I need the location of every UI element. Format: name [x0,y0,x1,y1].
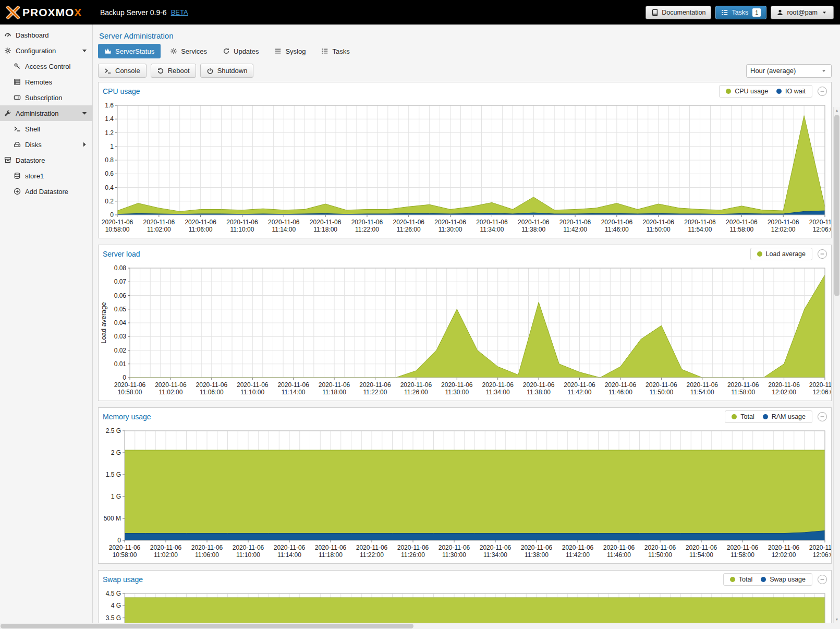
console-button[interactable]: Console [98,64,147,78]
minus-icon [819,414,825,420]
svg-text:2020-11-06: 2020-11-06 [114,381,146,389]
sidebar-item-dashboard[interactable]: Dashboard [0,27,92,43]
collapse-panel-button[interactable] [818,412,827,421]
legend-item-io-wait[interactable]: IO wait [776,88,806,95]
svg-text:11:10:00: 11:10:00 [236,551,260,559]
sidebar-item-label: Administration [16,110,58,117]
svg-text:1.4: 1.4 [105,115,114,123]
collapse-panel-button[interactable] [818,87,827,96]
chart-legend: CPU usageIO wait [719,85,812,98]
svg-text:2020-11-06: 2020-11-06 [226,219,258,226]
svg-text:2020-11-06: 2020-11-06 [768,219,799,226]
sidebar-item-administration[interactable]: Administration [0,105,92,121]
sidebar-item-configuration[interactable]: Configuration [0,43,92,58]
gear-icon [170,47,177,55]
disk-icon [14,141,21,148]
svg-text:2020-11-06: 2020-11-06 [559,219,591,226]
sidebar-item-store1[interactable]: store1 [0,168,92,184]
legend-item-load-average[interactable]: Load average [757,250,806,258]
svg-text:1.5 G: 1.5 G [106,471,121,478]
panel-server-load: Server loadLoad average00.010.020.030.04… [98,245,832,401]
svg-text:2020-11-06: 2020-11-06 [109,544,141,551]
tab-services[interactable]: Services [164,44,213,58]
legend-item-total[interactable]: Total [730,576,752,583]
main-content: Server Administration ServerStatusServic… [93,25,840,629]
svg-text:0.07: 0.07 [114,278,127,285]
svg-text:0.01: 0.01 [114,360,127,368]
minus-icon [819,576,825,583]
svg-text:11:42:00: 11:42:00 [568,389,592,396]
sidebar-item-add-datastore[interactable]: Add Datastore [0,184,92,199]
svg-text:2020-11-06: 2020-11-06 [727,381,759,389]
collapse-panel-button[interactable] [818,575,827,584]
legend-item-swap-usage[interactable]: Swap usage [761,576,806,583]
gear-icon [4,47,11,54]
database-icon [14,172,21,179]
panel-title: Memory usage [103,413,151,421]
tasks-badge: 1 [752,8,761,17]
svg-text:2020-11-06: 2020-11-06 [768,381,800,389]
panel-memory-usage: Memory usageTotalRAM usage0500 M1 G1.5 G… [98,407,832,564]
sidebar-item-remotes[interactable]: Remotes [0,74,92,90]
shutdown-button[interactable]: Shutdown [200,64,254,78]
horizontal-scroll-thumb[interactable] [1,624,413,628]
svg-text:2020-11-06: 2020-11-06 [646,381,677,389]
sidebar-item-label: Disks [25,141,42,149]
svg-text:2020-11-06: 2020-11-06 [185,219,216,226]
button-label: Reboot [168,67,190,75]
legend-item-ram-usage[interactable]: RAM usage [763,413,806,420]
svg-text:2020-11-06: 2020-11-06 [564,381,595,389]
vertical-scroll-thumb[interactable] [834,115,839,296]
svg-text:0.08: 0.08 [114,264,127,272]
svg-text:11:22:00: 11:22:00 [355,226,379,233]
tasks-button[interactable]: Tasks 1 [715,6,766,19]
sidebar-item-access-control[interactable]: Access Control [0,58,92,74]
user-icon [776,9,784,16]
beta-link[interactable]: BETA [171,8,188,16]
tasks-icon [321,47,328,55]
legend-item-total[interactable]: Total [732,413,754,420]
svg-text:11:42:00: 11:42:00 [563,226,587,233]
power-icon [206,67,214,75]
panel-header: Memory usageTotalRAM usage [99,408,831,426]
svg-text:1: 1 [110,143,114,150]
scroll-down-arrow[interactable]: ▼ [834,616,840,623]
caret-right-icon[interactable] [81,141,88,148]
scroll-up-arrow[interactable]: ▲ [834,107,840,114]
sidebar-item-disks[interactable]: Disks [0,137,92,152]
panel-title: Swap usage [103,575,143,584]
svg-text:500 M: 500 M [104,515,121,522]
header-actions: Documentation Tasks 1 root@pam [646,6,834,19]
tab-syslog[interactable]: Syslog [268,44,312,58]
sidebar-item-subscription[interactable]: Subscription [0,90,92,105]
chart-memory-usage: 0500 M1 G1.5 G2 G2.5 G2020-11-0610:58:00… [99,426,831,563]
tab-updates[interactable]: Updates [216,44,265,58]
svg-text:2020-11-06: 2020-11-06 [605,381,637,389]
sidebar-item-shell[interactable]: Shell [0,121,92,137]
caret-down-icon[interactable] [81,110,88,117]
timeframe-select[interactable]: Hour (average) [746,64,832,78]
svg-text:2020-11-06: 2020-11-06 [315,544,347,551]
svg-text:11:22:00: 11:22:00 [363,389,387,396]
horizontal-scrollbar[interactable] [0,623,840,629]
minus-icon [819,88,825,94]
svg-text:2020-11-06: 2020-11-06 [482,381,514,389]
legend-item-cpu-usage[interactable]: CPU usage [726,88,768,95]
svg-text:2.5 G: 2.5 G [106,427,121,434]
user-menu-button[interactable]: root@pam [771,6,834,19]
svg-text:11:14:00: 11:14:00 [277,551,301,559]
timeframe-value: Hour (average) [750,67,796,75]
documentation-button[interactable]: Documentation [646,6,711,19]
svg-text:0.8: 0.8 [105,156,114,164]
caret-down-icon[interactable] [81,47,88,54]
svg-text:11:02:00: 11:02:00 [159,389,182,396]
collapse-panel-button[interactable] [818,249,827,259]
tab-serverstatus[interactable]: ServerStatus [98,44,161,58]
svg-text:2020-11-06: 2020-11-06 [644,544,676,551]
svg-text:2020-11-06: 2020-11-06 [562,544,594,551]
tab-tasks[interactable]: Tasks [315,44,356,58]
svg-text:11:10:00: 11:10:00 [230,226,254,233]
vertical-scrollbar[interactable]: ▲ ▼ [833,107,840,623]
reboot-button[interactable]: Reboot [151,64,196,78]
sidebar-item-datastore[interactable]: Datastore [0,152,92,168]
